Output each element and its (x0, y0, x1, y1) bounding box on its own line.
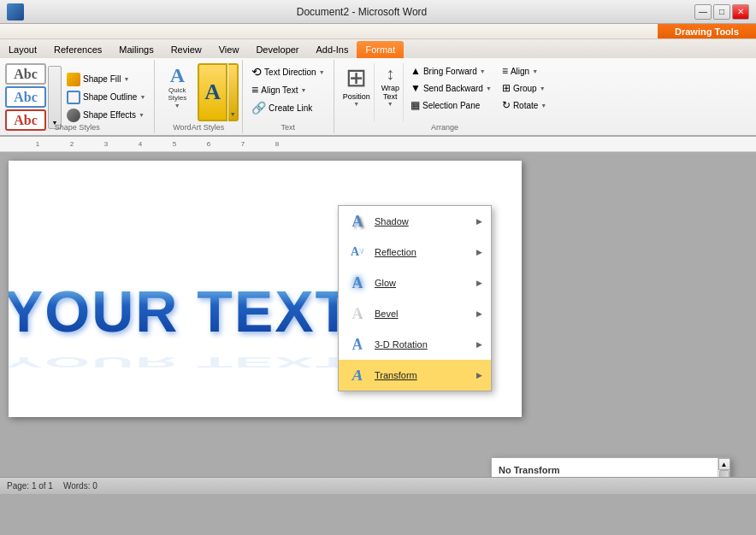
word-count: Words: 0 (63, 481, 97, 491)
window-controls: — □ ✕ (694, 4, 749, 20)
shape-fill-icon (67, 73, 80, 86)
align-text-button[interactable]: ≡ Align Text ▼ (248, 81, 328, 98)
wrap-text-icon: ↕ (386, 65, 394, 82)
menu-item-transform[interactable]: A Transform ▶ (339, 360, 491, 391)
send-backward-button[interactable]: ▼ Send Backward ▼ (407, 80, 495, 96)
shape-styles-group-label: Shape Styles (55, 123, 100, 132)
text-effects-dropdown: A Shadow ▶ A A Reflection ▶ A Glow ▶ A B… (338, 205, 492, 391)
app-icon (7, 3, 24, 21)
arrange-group-label: Arrange (431, 123, 458, 132)
no-transform-title: No Transform (492, 462, 718, 477)
menu-item-bevel[interactable]: A Bevel ▶ (339, 298, 491, 329)
send-backward-icon: ▼ (410, 82, 421, 94)
shape-effects-button[interactable]: Shape Effects ▼ (63, 107, 149, 124)
wordart-group-label: WordArt Styles (173, 123, 224, 132)
shape-style-swatch-plain[interactable]: Abc (5, 63, 46, 85)
window-title: Document2 - Microsoft Word (29, 6, 694, 18)
menu-item-shadow[interactable]: A Shadow ▶ (339, 206, 491, 237)
align-icon: ≡ (502, 65, 508, 77)
3d-rotation-menu-icon: A (346, 333, 366, 356)
position-button[interactable]: ⊞ Position ▼ (340, 63, 375, 121)
ruler-marks: 1 2 3 4 5 6 7 8 (3, 140, 753, 148)
group-icon: ⊞ (502, 82, 511, 94)
wordart-group: A QuickStyles ▼ A ▼ WordArt Styles (155, 60, 243, 133)
tab-format[interactable]: Format (357, 41, 404, 58)
shape-styles-group: Abc Abc Abc ▼ Shape Fill ▼ (0, 60, 155, 133)
arrange-small-buttons-2: ≡ Align ▼ ⊞ Group ▼ ↻ Rotate ▼ (499, 63, 550, 121)
shape-style-swatch-blue[interactable]: Abc (5, 86, 46, 108)
create-link-button[interactable]: 🔗 Create Link (248, 99, 328, 116)
tab-developer[interactable]: Developer (247, 41, 307, 58)
arrange-group: ⊞ Position ▼ ↕ WrapText ▼ ▲ Bring Forwar… (334, 60, 556, 133)
ribbon-body: Abc Abc Abc ▼ Shape Fill ▼ (0, 58, 756, 137)
shape-fill-button[interactable]: Shape Fill ▼ (63, 71, 149, 88)
tab-mailings[interactable]: Mailings (110, 41, 162, 58)
shape-style-buttons: Shape Fill ▼ Shape Outline ▼ Shape Effec… (63, 71, 149, 124)
page-info: Page: 1 of 1 (7, 481, 53, 491)
a-dropdown-area: A ▼ (198, 63, 239, 121)
ribbon-tabs-row: Layout References Mailings Review View D… (0, 39, 756, 58)
bevel-menu-icon: A (347, 303, 368, 324)
text-direction-button[interactable]: ⟲ Text Direction ▼ (248, 63, 328, 80)
text-group-label: Text (281, 123, 296, 132)
ruler: 1 2 3 4 5 6 7 8 (0, 137, 756, 152)
shape-style-swatch-red[interactable]: Abc (5, 109, 46, 131)
text-group: ⟲ Text Direction ▼ ≡ Align Text ▼ 🔗 Crea… (243, 60, 334, 133)
maximize-button[interactable]: □ (713, 4, 730, 20)
menu-item-3d-rotation[interactable]: A 3-D Rotation ▶ (339, 329, 491, 360)
quick-styles-label: QuickStyles (168, 87, 186, 103)
reflection-arrow: ▶ (476, 248, 482, 256)
tab-layout[interactable]: Layout (0, 41, 45, 58)
3d-rotation-arrow: ▶ (476, 340, 482, 349)
minimize-button[interactable]: — (694, 4, 712, 20)
document-area: YOUR TEXT H YOUR TEXT H A Shadow ▶ A A R… (0, 152, 756, 477)
menu-item-glow[interactable]: A Glow ▶ (339, 268, 491, 298)
glow-menu-icon: A (347, 273, 368, 293)
drawing-tools-header-row: Drawing Tools (0, 24, 756, 39)
transform-arrow: ▶ (476, 371, 482, 379)
a-arrow-icon: ▼ (230, 111, 236, 117)
bevel-arrow: ▶ (476, 309, 482, 318)
transform-scrollbar: ▲ ▼ (718, 458, 729, 477)
tab-addins[interactable]: Add-Ins (308, 41, 357, 58)
shape-effects-arrow: ▼ (139, 112, 145, 118)
wrap-text-button[interactable]: ↕ WrapText ▼ (378, 63, 404, 121)
tab-references[interactable]: References (45, 41, 110, 58)
shape-outline-arrow: ▼ (139, 94, 145, 100)
transform-submenu-panel: ▲ ▼ No Transform abcde Follow Path (491, 457, 730, 477)
align-text-icon: ≡ (251, 83, 258, 97)
bring-forward-icon: ▲ (410, 65, 421, 77)
shadow-menu-icon: A (347, 211, 368, 232)
status-bar: Page: 1 of 1 Words: 0 (0, 477, 756, 494)
shape-effects-icon (67, 109, 80, 122)
scroll-track[interactable] (718, 470, 729, 477)
rotate-icon: ↻ (502, 99, 511, 111)
a-text-button[interactable]: A (198, 63, 227, 121)
shape-outline-icon (67, 91, 80, 104)
selection-pane-icon: ▦ (410, 99, 420, 111)
shape-style-more-button[interactable]: ▼ (48, 66, 62, 129)
bring-forward-button[interactable]: ▲ Bring Forward ▼ (407, 63, 495, 79)
create-link-icon: 🔗 (251, 101, 266, 115)
title-bar: Document2 - Microsoft Word — □ ✕ (0, 0, 756, 24)
menu-item-reflection[interactable]: A A Reflection ▶ (339, 237, 491, 268)
group-button[interactable]: ⊞ Group ▼ (499, 80, 550, 96)
text-direction-icon: ⟲ (251, 65, 262, 79)
rotate-button[interactable]: ↻ Rotate ▼ (499, 97, 550, 113)
tab-view[interactable]: View (210, 41, 248, 58)
align-button[interactable]: ≡ Align ▼ (499, 63, 550, 79)
scroll-thumb[interactable] (719, 470, 729, 477)
close-button[interactable]: ✕ (732, 4, 749, 20)
selection-pane-button[interactable]: ▦ Selection Pane (407, 97, 495, 113)
quick-styles-button[interactable]: A QuickStyles ▼ (158, 63, 196, 121)
quick-styles-arrow: ▼ (174, 103, 180, 109)
glow-arrow: ▶ (476, 279, 482, 287)
shadow-arrow: ▶ (476, 217, 482, 226)
scroll-up-button[interactable]: ▲ (718, 458, 730, 470)
a-dropdown-arrow[interactable]: ▼ (228, 63, 239, 121)
transform-menu-icon: A (346, 365, 369, 385)
shape-outline-button[interactable]: Shape Outline ▼ (63, 89, 149, 106)
arrange-small-buttons: ▲ Bring Forward ▼ ▼ Send Backward ▼ ▦ Se… (407, 63, 495, 121)
shape-fill-arrow: ▼ (123, 76, 129, 82)
tab-review[interactable]: Review (162, 41, 210, 58)
